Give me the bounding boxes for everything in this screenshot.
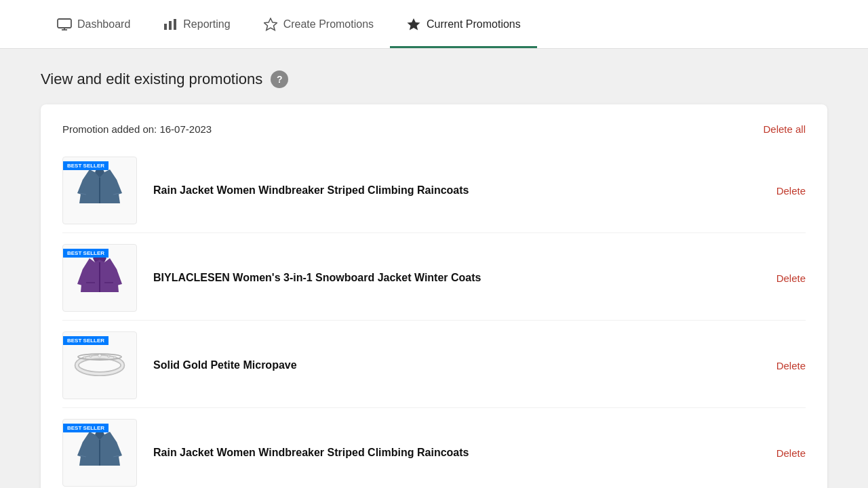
nav-item-reporting[interactable]: Reporting [146,0,246,48]
svg-point-17 [113,357,116,359]
top-navigation: Dashboard Reporting Create Promotions Cu… [0,0,868,49]
product-image-1: BEST SELLER [62,157,137,224]
nav-label-current-promotions: Current Promotions [427,18,521,30]
svg-point-16 [108,355,111,358]
product-name-4: Rain Jacket Women Windbreaker Striped Cl… [153,447,760,459]
product-item: BEST SELLER [62,323,806,408]
ring-img [73,337,127,394]
nav-item-create-promotions[interactable]: Create Promotions [247,0,390,48]
promotion-date: Promotion added on: 16-07-2023 [62,123,212,135]
product-list: BEST SELLER [62,148,806,488]
product-image-4: BEST SELLER [62,419,137,487]
product-name-1: Rain Jacket Women Windbreaker Striped Cl… [153,184,760,197]
svg-rect-4 [169,21,172,30]
delete-button-4[interactable]: Delete [776,447,806,459]
svg-rect-5 [174,19,176,30]
help-icon[interactable]: ? [271,70,288,88]
card-header: Promotion added on: 16-07-2023 Delete al… [62,123,806,135]
svg-point-15 [98,354,101,357]
product-image-2: BEST SELLER [62,244,137,312]
svg-point-13 [83,357,86,359]
star-outline-icon [263,17,278,32]
page-title: View and edit existing promotions [41,70,262,88]
page-header: View and edit existing promotions ? [41,70,827,88]
svg-marker-7 [408,18,420,30]
rain-jacket-blue-img [73,162,127,220]
best-seller-badge: BEST SELLER [63,424,108,432]
product-name-3: Solid Gold Petite Micropave [153,359,760,371]
rain-jacket-blue2-img [73,424,127,482]
monitor-icon [57,17,72,32]
product-item: BEST SELLER Rain Jacket Women [62,411,806,488]
product-item: BEST SELLER [62,148,806,233]
nav-label-create-promotions: Create Promotions [283,18,374,30]
nav-label-dashboard: Dashboard [77,18,130,30]
product-image-3: BEST SELLER [62,331,137,399]
product-item: BEST SELLER [62,236,806,321]
nav-label-reporting: Reporting [183,18,230,30]
svg-point-14 [90,355,92,358]
purple-jacket-img [73,249,127,307]
nav-item-current-promotions[interactable]: Current Promotions [390,0,537,48]
main-content: View and edit existing promotions ? Prom… [0,49,868,488]
product-name-2: BIYLACLESEN Women's 3-in-1 Snowboard Jac… [153,272,760,284]
best-seller-badge: BEST SELLER [63,336,108,345]
svg-marker-6 [264,18,277,30]
delete-button-2[interactable]: Delete [776,272,806,284]
delete-all-button[interactable]: Delete all [763,123,806,135]
promotions-card: Promotion added on: 16-07-2023 Delete al… [41,104,827,488]
star-filled-icon [406,17,421,32]
delete-button-3[interactable]: Delete [776,360,806,371]
best-seller-badge: BEST SELLER [63,161,108,170]
svg-rect-0 [58,19,71,28]
delete-button-1[interactable]: Delete [776,185,806,197]
svg-rect-3 [164,24,167,30]
bar-chart-icon [163,17,178,32]
nav-item-dashboard[interactable]: Dashboard [41,0,146,48]
best-seller-badge: BEST SELLER [63,249,108,258]
